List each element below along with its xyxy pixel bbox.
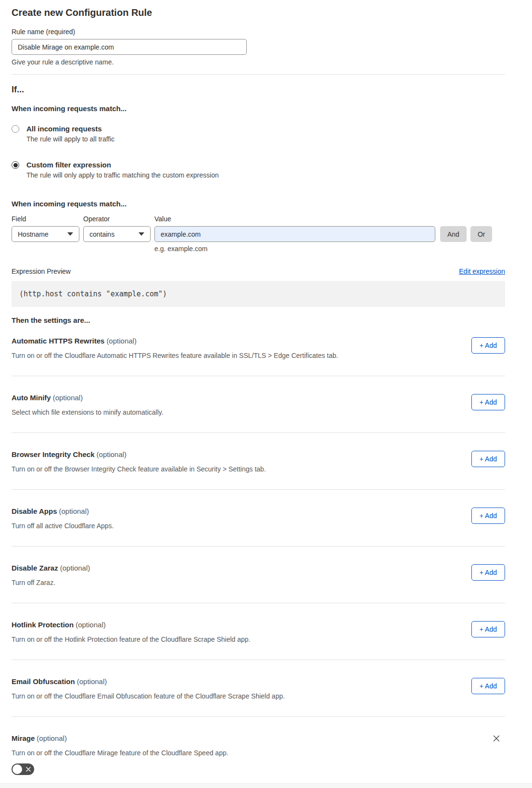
- add-button[interactable]: + Add: [471, 564, 505, 581]
- setting-row-disable-apps: Disable Apps(optional) Turn off all acti…: [12, 490, 505, 547]
- optional-tag: (optional): [37, 734, 67, 742]
- expression-builder-row: Field Hostname Operator contains Value e…: [12, 215, 505, 253]
- settings-heading: Then the settings are...: [12, 316, 505, 325]
- setting-description: Turn on or off the Browser Integrity Che…: [12, 465, 266, 473]
- setting-row-browser-integrity-check: Browser Integrity Check(optional) Turn o…: [12, 433, 505, 490]
- setting-row-email-obfuscation: Email Obfuscation(optional) Turn on or o…: [12, 660, 505, 717]
- operator-select[interactable]: contains: [83, 226, 151, 242]
- optional-tag: (optional): [106, 337, 137, 345]
- setting-description: Select which file extensions to minify a…: [12, 408, 164, 417]
- edit-expression-link[interactable]: Edit expression: [459, 267, 505, 276]
- operator-select-value: contains: [89, 230, 114, 238]
- radio-button-selected[interactable]: [12, 161, 19, 169]
- radio-label: All incoming requests: [26, 125, 102, 133]
- setting-name: Email Obfuscation: [12, 677, 75, 686]
- add-button[interactable]: + Add: [471, 394, 505, 410]
- page-title: Create new Configuration Rule: [12, 7, 505, 18]
- optional-tag: (optional): [97, 450, 127, 458]
- matcher-heading: When incoming requests match...: [12, 200, 505, 208]
- setting-description: Turn on or off the Cloudflare Mirage fea…: [12, 749, 228, 757]
- toggle-knob: [13, 764, 22, 774]
- or-button[interactable]: Or: [470, 226, 493, 242]
- expression-preview-label: Expression Preview: [12, 267, 71, 276]
- setting-name: Hotlink Protection: [12, 621, 74, 629]
- radio-option-custom-filter[interactable]: Custom filter expression The rule will o…: [12, 161, 505, 179]
- configuration-rule-form: Create new Configuration Rule Rule name …: [0, 0, 532, 776]
- incoming-requests-subheading: When incoming requests match...: [12, 104, 505, 113]
- expression-preview-code: (http.host contains "example.com"): [12, 281, 505, 307]
- optional-tag: (optional): [77, 677, 107, 686]
- add-button[interactable]: + Add: [471, 451, 505, 467]
- settings-list: Automatic HTTPS Rewrites(optional) Turn …: [12, 325, 505, 776]
- section-divider: [12, 74, 505, 75]
- field-select[interactable]: Hostname: [12, 226, 79, 242]
- radio-label: Custom filter expression: [26, 161, 111, 169]
- value-label: Value: [154, 215, 435, 223]
- add-button[interactable]: + Add: [471, 621, 505, 637]
- optional-tag: (optional): [53, 394, 83, 402]
- field-select-value: Hostname: [18, 230, 49, 238]
- optional-tag: (optional): [76, 621, 106, 629]
- remove-setting-button[interactable]: [492, 734, 501, 743]
- add-button[interactable]: + Add: [471, 508, 505, 524]
- setting-name: Disable Apps: [12, 507, 57, 515]
- chevron-down-icon: [67, 232, 73, 236]
- add-button[interactable]: + Add: [471, 337, 505, 354]
- setting-name: Browser Integrity Check: [12, 450, 95, 458]
- setting-row-hotlink-protection: Hotlink Protection(optional) Turn on or …: [12, 603, 505, 660]
- close-icon: [493, 735, 500, 742]
- setting-description: Turn on or off the Hotlink Protection fe…: [12, 635, 251, 644]
- optional-tag: (optional): [59, 507, 89, 515]
- setting-row-disable-zaraz: Disable Zaraz(optional) Turn off Zaraz. …: [12, 547, 505, 603]
- radio-option-all-requests[interactable]: All incoming requests The rule will appl…: [12, 125, 505, 143]
- setting-description: Turn on or off the Cloudflare Email Obfu…: [12, 692, 285, 700]
- setting-description: Turn off all active Cloudflare Apps.: [12, 522, 114, 530]
- toggle-off-x-icon: [26, 767, 31, 772]
- setting-description: Turn off Zaraz.: [12, 579, 90, 587]
- field-label: Field: [12, 215, 79, 223]
- setting-name: Disable Zaraz: [12, 564, 58, 572]
- value-help: e.g. example.com: [154, 245, 435, 253]
- add-button[interactable]: + Add: [471, 678, 505, 694]
- if-heading: If...: [12, 84, 505, 95]
- setting-name: Auto Minify: [12, 394, 51, 402]
- setting-name: Mirage: [12, 734, 35, 742]
- radio-description: The rule will only apply to traffic matc…: [26, 171, 219, 179]
- optional-tag: (optional): [60, 564, 90, 572]
- setting-description: Turn on or off the Cloudflare Automatic …: [12, 352, 338, 360]
- setting-row-automatic-https-rewrites: Automatic HTTPS Rewrites(optional) Turn …: [12, 325, 505, 376]
- chevron-down-icon: [139, 232, 144, 236]
- rule-name-input[interactable]: [12, 39, 247, 55]
- setting-row-auto-minify: Auto Minify(optional) Select which file …: [12, 376, 505, 433]
- rule-name-help: Give your rule a descriptive name.: [12, 58, 505, 66]
- radio-description: The rule will apply to all traffic: [26, 135, 114, 143]
- footer-edge: [0, 783, 532, 788]
- radio-button-unselected[interactable]: [12, 125, 19, 133]
- value-input[interactable]: [154, 226, 435, 242]
- and-button[interactable]: And: [440, 226, 467, 242]
- mirage-toggle-off[interactable]: [12, 763, 34, 775]
- setting-name: Automatic HTTPS Rewrites: [12, 337, 104, 345]
- operator-label: Operator: [83, 215, 151, 223]
- setting-row-mirage: Mirage(optional) Turn on or off the Clou…: [12, 717, 505, 776]
- rule-name-label: Rule name (required): [12, 28, 505, 36]
